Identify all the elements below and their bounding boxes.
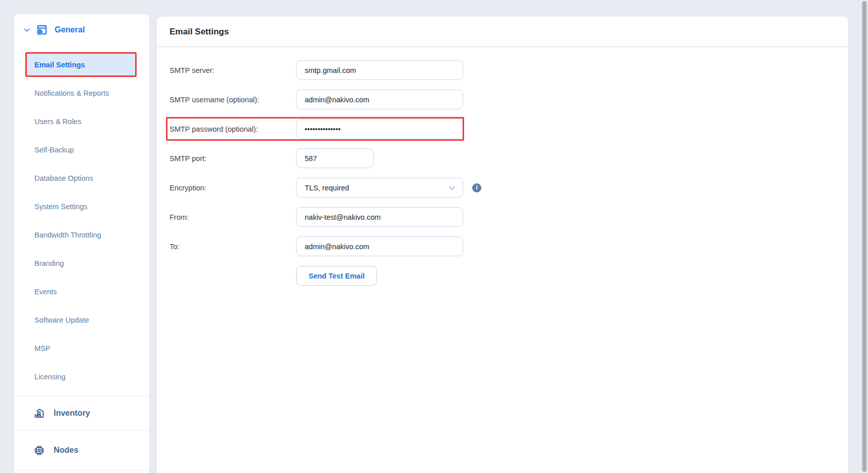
smtp-port-label: SMTP port: bbox=[170, 154, 296, 163]
to-input[interactable] bbox=[296, 237, 463, 256]
to-row: To: bbox=[157, 237, 848, 256]
sidebar-item-label: Email Settings bbox=[34, 61, 85, 69]
sidebar-item-label: Users & Roles bbox=[34, 117, 81, 126]
sidebar-section-general-label: General bbox=[55, 25, 85, 34]
sidebar-item-label: Database Options bbox=[34, 174, 93, 182]
sidebar-item-label: Events bbox=[34, 288, 57, 296]
from-input[interactable] bbox=[296, 207, 463, 227]
sidebar-section-inventory[interactable]: Inventory bbox=[14, 397, 149, 430]
smtp-server-label: SMTP server: bbox=[170, 66, 296, 74]
email-settings-form: SMTP server: SMTP username (optional): S… bbox=[157, 47, 848, 286]
sidebar-item-branding[interactable]: Branding bbox=[14, 249, 149, 278]
cpu-chip-icon bbox=[32, 444, 46, 457]
smtp-password-input[interactable] bbox=[296, 119, 463, 139]
sidebar-divider bbox=[14, 470, 149, 470]
sidebar-item-label: System Settings bbox=[34, 203, 88, 211]
chevron-down-icon bbox=[447, 183, 457, 192]
sidebar-item-system-settings[interactable]: System Settings bbox=[14, 192, 149, 221]
sidebar-item-users-roles[interactable]: Users & Roles bbox=[14, 107, 149, 136]
encryption-select[interactable]: TLS, required bbox=[296, 178, 463, 198]
from-row: From: bbox=[157, 207, 848, 227]
smtp-username-label: SMTP username (optional): bbox=[170, 96, 296, 104]
sidebar-item-label: Licensing bbox=[34, 373, 65, 381]
smtp-username-input[interactable] bbox=[296, 90, 463, 109]
sidebar-item-label: MSP bbox=[34, 344, 50, 352]
sidebar-section-inventory-label: Inventory bbox=[54, 409, 90, 418]
encryption-selected-value: TLS, required bbox=[305, 184, 349, 192]
settings-sidebar: General Email Settings Notifications & R… bbox=[14, 14, 149, 473]
sidebar-item-database-options[interactable]: Database Options bbox=[14, 164, 149, 192]
smtp-server-row: SMTP server: bbox=[157, 60, 848, 80]
page-title: Email Settings bbox=[157, 17, 848, 47]
encryption-label: Encryption: bbox=[170, 184, 296, 192]
send-test-email-button[interactable]: Send Test Email bbox=[296, 266, 377, 286]
sidebar-section-nodes-label: Nodes bbox=[54, 446, 78, 455]
chevron-down-icon[interactable] bbox=[23, 26, 31, 34]
gear-window-icon bbox=[34, 23, 48, 37]
smtp-password-row: SMTP password (optional): bbox=[157, 119, 848, 139]
sidebar-item-software-update[interactable]: Software Update bbox=[14, 306, 149, 334]
sidebar-item-list: Notifications & Reports Users & Roles Se… bbox=[14, 79, 149, 391]
sidebar-item-licensing[interactable]: Licensing bbox=[14, 363, 149, 391]
sidebar-item-msp[interactable]: MSP bbox=[14, 334, 149, 363]
sidebar-item-self-backup[interactable]: Self-Backup bbox=[14, 136, 149, 164]
scrollbar-thumb[interactable] bbox=[862, 1, 867, 472]
sidebar-item-label: Notifications & Reports bbox=[34, 89, 109, 97]
button-row: Send Test Email bbox=[157, 266, 848, 286]
sidebar-item-label: Self-Backup bbox=[34, 146, 74, 154]
sidebar-item-label: Bandwidth Throttling bbox=[34, 231, 101, 239]
smtp-username-row: SMTP username (optional): bbox=[157, 90, 848, 109]
to-label: To: bbox=[170, 243, 296, 251]
smtp-server-input[interactable] bbox=[296, 60, 463, 80]
sidebar-item-events[interactable]: Events bbox=[14, 278, 149, 306]
email-settings-panel: Email Settings SMTP server: SMTP usernam… bbox=[157, 17, 848, 473]
sidebar-item-notifications-reports[interactable]: Notifications & Reports bbox=[14, 79, 149, 107]
inventory-house-icon bbox=[32, 407, 46, 420]
page-title-text: Email Settings bbox=[170, 27, 229, 37]
sidebar-item-label: Branding bbox=[34, 259, 64, 267]
encryption-row: Encryption: TLS, required i bbox=[157, 178, 848, 198]
vertical-scrollbar[interactable] bbox=[861, 0, 868, 473]
smtp-password-label: SMTP password (optional): bbox=[170, 125, 296, 133]
smtp-port-input[interactable] bbox=[296, 148, 374, 168]
smtp-port-row: SMTP port: bbox=[157, 148, 848, 168]
sidebar-section-nodes[interactable]: Nodes bbox=[14, 430, 149, 470]
info-icon[interactable]: i bbox=[472, 183, 481, 192]
sidebar-section-general[interactable]: General bbox=[14, 14, 149, 46]
sidebar-item-email-settings[interactable]: Email Settings bbox=[25, 52, 137, 77]
sidebar-item-label: Software Update bbox=[34, 316, 89, 324]
sidebar-item-bandwidth-throttling[interactable]: Bandwidth Throttling bbox=[14, 221, 149, 249]
from-label: From: bbox=[170, 213, 296, 221]
